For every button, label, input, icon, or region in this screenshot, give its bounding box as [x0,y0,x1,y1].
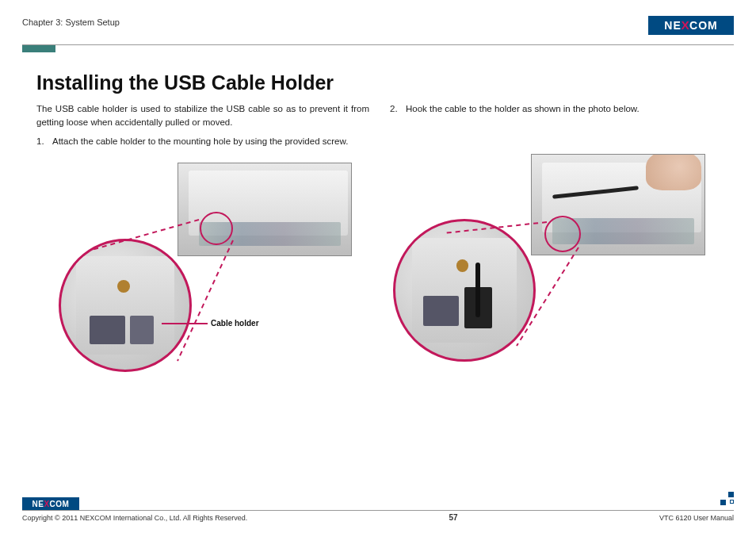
header-rule [22,44,734,45]
copyright-text: Copyright © 2011 NEXCOM International Co… [22,514,247,522]
intro-text: The USB cable holder is used to stabiliz… [36,102,369,128]
right-column: 2. Hook the cable to the holder as shown… [390,102,723,401]
footer-logo-post: COM [50,500,70,508]
header-accent-tab [22,45,55,52]
figure-1-photo [178,163,352,256]
zoom-port-lan [423,296,459,326]
page-number: 57 [449,513,458,522]
brand-logo-text: NEXCOM [664,19,717,32]
figure-2 [390,154,723,392]
logo-post: COM [689,19,718,32]
footer-corner-marks [720,492,734,506]
footer-logo-pre: NE [32,500,44,508]
footer-logo: NEXCOM [22,497,79,510]
zoom-port-lan [90,316,125,344]
zoom-holder-screw [456,259,469,272]
zoom-port-usb [130,316,153,344]
footer-rule [22,510,734,511]
step-1-text: Attach the cable holder to the mounting … [52,135,348,148]
logo-pre: NE [664,19,681,32]
zoom-cable [475,263,480,318]
step-2-text: Hook the cable to the holder as shown in… [406,102,640,116]
footer: NEXCOM Copyright © 2011 NEXCOM Internati… [22,497,734,522]
hand [646,154,701,190]
chapter-label: Chapter 3: System Setup [22,16,120,27]
figure-2-zoom [393,219,536,362]
step-1: 1. Attach the cable holder to the mounti… [36,135,369,148]
manual-name: VTC 6120 User Manual [659,514,734,522]
step-1-number: 1. [36,135,46,148]
figure-2-highlight-circle [544,216,581,252]
left-column: The USB cable holder is used to stabiliz… [36,102,369,401]
callout-line [162,323,208,324]
figure-1-highlight-circle [200,212,233,245]
brand-logo: NEXCOM [648,16,734,35]
logo-x-icon: X [681,19,689,32]
step-2: 2. Hook the cable to the holder as shown… [390,102,723,116]
step-2-number: 2. [390,102,399,116]
figure-1-zoom [59,239,192,372]
footer-logo-text: NEXCOM [32,500,70,508]
footer-logo-x-icon: X [44,500,49,508]
figure-1: Cable holder [36,163,369,401]
callout-label: Cable holder [211,318,259,330]
page-title: Installing the USB Cable Holder [36,71,734,94]
